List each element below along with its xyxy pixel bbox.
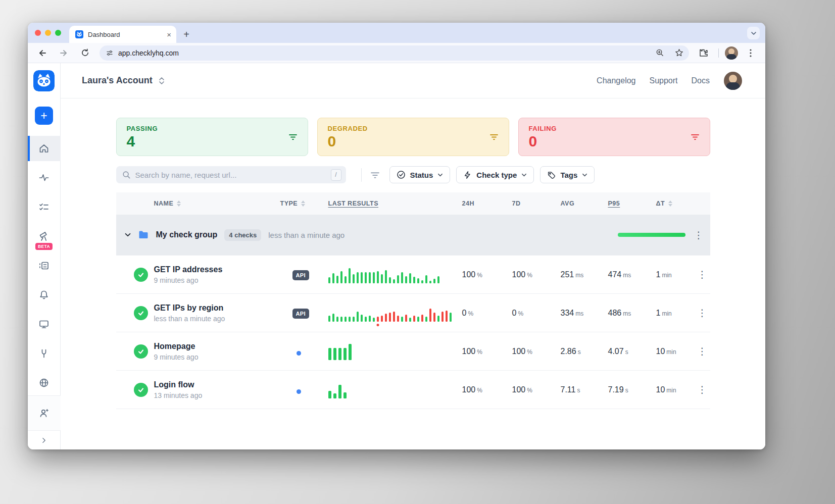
zoom-page-icon[interactable] bbox=[653, 46, 667, 60]
check-row[interactable]: Login flow 13 minutes ago 100% 100% 7.11… bbox=[116, 370, 710, 409]
header-p95[interactable]: P95 bbox=[608, 200, 656, 207]
filter-funnel-icon[interactable] bbox=[370, 170, 380, 180]
header-last-results[interactable]: LAST RESULTS bbox=[328, 200, 462, 207]
sort-icon[interactable] bbox=[301, 200, 305, 207]
metric-p95: 474ms bbox=[608, 270, 656, 279]
browser-toolbar: app.checklyhq.com bbox=[28, 43, 765, 63]
results-bar-chart[interactable] bbox=[328, 266, 462, 283]
metric-p95: 4.07s bbox=[608, 347, 656, 356]
tab-search-button[interactable] bbox=[747, 27, 760, 39]
checklist-icon bbox=[38, 201, 50, 213]
zoom-window-button[interactable] bbox=[55, 30, 61, 36]
results-bar-chart[interactable] bbox=[328, 305, 462, 322]
sidebar-item-private-locations[interactable] bbox=[28, 370, 61, 395]
address-bar[interactable]: app.checklyhq.com bbox=[100, 45, 689, 61]
metric-24h: 0% bbox=[462, 309, 512, 318]
nav-docs-link[interactable]: Docs bbox=[692, 76, 710, 85]
row-menu-icon[interactable]: ⋮ bbox=[695, 270, 710, 279]
reload-button[interactable] bbox=[76, 45, 93, 61]
browser-profile-avatar[interactable] bbox=[725, 46, 738, 60]
group-collapse-icon[interactable] bbox=[124, 231, 132, 239]
header-avg: AVG bbox=[561, 200, 608, 207]
extensions-icon[interactable] bbox=[695, 45, 712, 61]
sidebar-item-alerts[interactable] bbox=[28, 282, 61, 308]
degraded-filter-icon[interactable] bbox=[489, 132, 499, 141]
check-type-filter-dropdown[interactable]: Check type bbox=[456, 166, 534, 183]
check-name-cell: Login flow 13 minutes ago bbox=[154, 380, 280, 399]
failing-filter-icon[interactable] bbox=[691, 132, 700, 141]
tags-filter-dropdown[interactable]: Tags bbox=[540, 166, 595, 183]
sidebar: + BETA bbox=[28, 63, 61, 449]
sidebar-item-home[interactable] bbox=[28, 136, 61, 161]
row-menu-icon[interactable]: ⋮ bbox=[695, 385, 710, 394]
user-avatar[interactable] bbox=[724, 72, 742, 90]
site-settings-icon[interactable] bbox=[106, 49, 113, 57]
forward-button[interactable] bbox=[55, 45, 72, 61]
checkly-logo[interactable] bbox=[33, 70, 55, 91]
check-name[interactable]: Homepage bbox=[154, 342, 280, 351]
status-filter-dropdown[interactable]: Status bbox=[389, 166, 451, 183]
metric-avg: 251ms bbox=[561, 270, 608, 279]
sidebar-item-dashboards[interactable] bbox=[28, 312, 61, 337]
toolbar-divider bbox=[718, 48, 719, 58]
sidebar-item-logs[interactable] bbox=[28, 253, 61, 278]
sidebar-expand-button[interactable] bbox=[28, 430, 61, 449]
log-list-icon bbox=[38, 260, 50, 271]
row-menu-icon[interactable]: ⋮ bbox=[695, 308, 710, 318]
results-bar-chart[interactable] bbox=[328, 343, 462, 360]
search-input[interactable] bbox=[135, 171, 326, 179]
check-last-run-time: less than a minute ago bbox=[154, 315, 280, 323]
metric-p95: 486ms bbox=[608, 309, 656, 318]
failing-label: FAILING bbox=[529, 125, 700, 132]
close-window-button[interactable] bbox=[35, 30, 41, 36]
metric-24h: 100% bbox=[462, 347, 512, 356]
browser-tab[interactable]: Dashboard × bbox=[69, 26, 176, 43]
minimize-window-button[interactable] bbox=[45, 30, 51, 36]
chevron-down-icon bbox=[521, 172, 527, 178]
check-name[interactable]: Login flow bbox=[154, 380, 280, 389]
tab-close-icon[interactable]: × bbox=[167, 31, 171, 38]
sidebar-item-invite-user[interactable] bbox=[28, 400, 61, 426]
row-menu-icon[interactable]: ⋮ bbox=[695, 346, 710, 356]
browser-menu-icon[interactable] bbox=[742, 45, 759, 61]
passing-status-icon bbox=[134, 344, 148, 359]
browser-tab-strip: Dashboard × + bbox=[28, 23, 765, 43]
new-tab-button[interactable]: + bbox=[179, 27, 193, 41]
results-bar-chart[interactable] bbox=[328, 381, 462, 398]
sidebar-item-maintenance[interactable] bbox=[28, 341, 61, 366]
search-icon bbox=[122, 171, 131, 179]
folder-icon bbox=[138, 230, 149, 239]
passing-filter-icon[interactable] bbox=[288, 132, 298, 141]
check-name[interactable]: GET IPs by region bbox=[154, 304, 280, 313]
api-type-badge: API bbox=[292, 309, 309, 319]
check-group-row[interactable]: My check group 4 checks less than a minu… bbox=[116, 215, 710, 255]
header-24h: 24H bbox=[462, 200, 512, 207]
chevron-down-icon bbox=[437, 172, 443, 178]
create-check-button[interactable]: + bbox=[35, 107, 53, 125]
check-name[interactable]: GET IP addresses bbox=[154, 265, 280, 274]
sidebar-item-checks[interactable] bbox=[28, 194, 61, 220]
passing-count: 4 bbox=[127, 133, 298, 149]
bookmark-star-icon[interactable] bbox=[672, 46, 686, 60]
metric-7d: 100% bbox=[512, 270, 561, 279]
nav-support-link[interactable]: Support bbox=[650, 76, 678, 85]
metric-24h: 100% bbox=[462, 270, 512, 279]
check-row[interactable]: Homepage 9 minutes ago 100% 100% 2.86s 4… bbox=[116, 332, 710, 370]
nav-changelog-link[interactable]: Changelog bbox=[597, 76, 635, 85]
check-last-run-time: 9 minutes ago bbox=[154, 353, 280, 361]
group-menu-icon[interactable]: ⋮ bbox=[694, 230, 704, 240]
home-icon bbox=[38, 143, 50, 154]
header-name: NAME bbox=[154, 200, 280, 207]
sort-icon[interactable] bbox=[177, 200, 181, 207]
sort-icon[interactable] bbox=[668, 200, 672, 207]
sidebar-item-activity[interactable] bbox=[28, 165, 61, 190]
account-switcher[interactable]: Laura's Account bbox=[82, 75, 166, 86]
tab-title: Dashboard bbox=[88, 31, 162, 38]
chevron-up-down-icon bbox=[158, 76, 166, 85]
pulse-icon bbox=[38, 172, 50, 183]
check-row[interactable]: GET IP addresses 9 minutes ago API 100% … bbox=[116, 255, 710, 293]
back-button[interactable] bbox=[34, 45, 51, 61]
sidebar-item-explore-beta[interactable]: BETA bbox=[28, 224, 61, 249]
metric-7d: 100% bbox=[512, 347, 561, 356]
check-row[interactable]: GET IPs by region less than a minute ago… bbox=[116, 293, 710, 332]
